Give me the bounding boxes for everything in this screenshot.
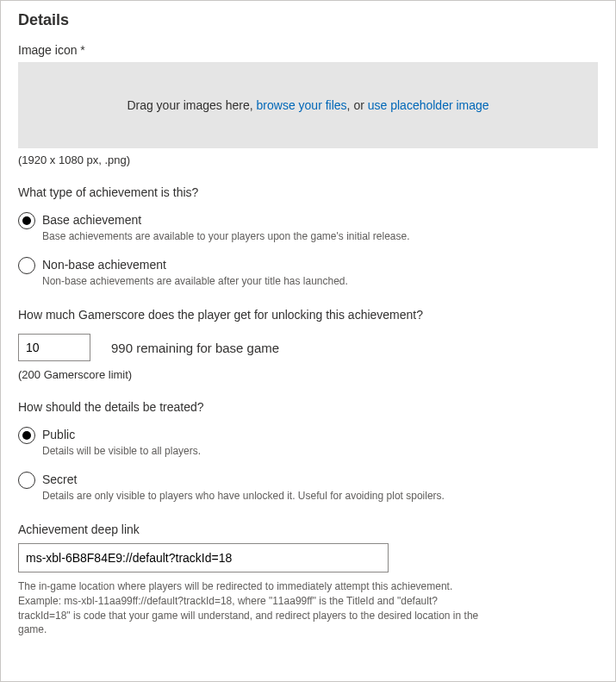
deeplink-label: Achievement deep link — [18, 522, 598, 536]
gamerscore-limit-hint: (200 Gamerscore limit) — [18, 368, 598, 381]
radio-nonbase-achievement[interactable]: Non-base achievement Non-base achievemen… — [18, 256, 598, 287]
image-dropzone[interactable]: Drag your images here, browse your files… — [18, 62, 598, 148]
browse-files-link[interactable]: browse your files — [257, 98, 347, 112]
gamerscore-remaining: 990 remaining for base game — [111, 341, 279, 355]
details-panel: Details Image icon * Drag your images he… — [0, 0, 616, 682]
radio-desc: Base achievements are available to your … — [42, 230, 490, 242]
radio-icon — [18, 212, 35, 229]
radio-label: Base achievement — [42, 211, 598, 228]
radio-secret[interactable]: Secret Details are only visible to playe… — [18, 471, 598, 502]
placeholder-image-link[interactable]: use placeholder image — [368, 98, 489, 112]
section-title: Details — [18, 11, 598, 29]
dropzone-text: Drag your images here, browse your files… — [127, 98, 488, 112]
image-icon-label: Image icon * — [18, 43, 598, 57]
radio-icon — [18, 472, 35, 489]
image-dimensions-hint: (1920 x 1080 px, .png) — [18, 153, 598, 166]
visibility-question: How should the details be treated? — [18, 400, 598, 414]
radio-desc: Details will be visible to all players. — [42, 445, 490, 457]
radio-base-achievement[interactable]: Base achievement Base achievements are a… — [18, 211, 598, 242]
radio-icon — [18, 257, 35, 274]
radio-public[interactable]: Public Details will be visible to all pl… — [18, 426, 598, 457]
radio-label: Non-base achievement — [42, 256, 598, 273]
radio-label: Secret — [42, 471, 598, 488]
gamerscore-question: How much Gamerscore does the player get … — [18, 308, 598, 322]
radio-desc: Details are only visible to players who … — [42, 490, 490, 502]
radio-icon — [18, 427, 35, 444]
gamerscore-input[interactable] — [18, 334, 90, 361]
achievement-type-question: What type of achievement is this? — [18, 185, 598, 199]
radio-desc: Non-base achievements are available afte… — [42, 275, 490, 287]
deeplink-input[interactable] — [18, 543, 389, 573]
dropzone-text-before: Drag your images here, — [127, 98, 256, 112]
deeplink-help: The in-game location where players will … — [18, 579, 483, 637]
radio-label: Public — [42, 426, 598, 443]
dropzone-text-mid: , or — [347, 98, 368, 112]
